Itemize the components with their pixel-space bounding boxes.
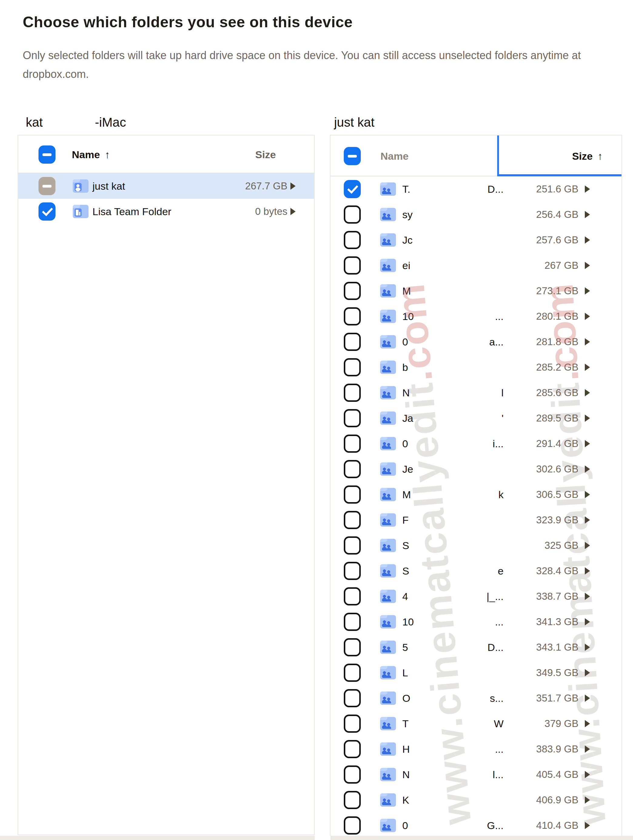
- select-all-checkbox[interactable]: [38, 145, 55, 164]
- size-column-header[interactable]: Size: [255, 148, 276, 160]
- name-column-header[interactable]: Name: [380, 150, 409, 162]
- expand-arrow-icon[interactable]: [585, 364, 590, 371]
- expand-arrow-icon[interactable]: [585, 644, 590, 651]
- expand-arrow-icon[interactable]: [585, 262, 590, 269]
- expand-arrow-icon[interactable]: [585, 516, 590, 524]
- folder-checkbox[interactable]: [344, 689, 361, 707]
- size-column-indicator-line: [497, 136, 499, 176]
- folder-checkbox[interactable]: [344, 485, 361, 504]
- folder-panel-title: just kat: [334, 115, 374, 130]
- folder-checkbox[interactable]: [344, 562, 361, 580]
- folder-row[interactable]: T W 379 GB: [331, 711, 622, 736]
- folder-row[interactable]: T. D... 251.6 GB: [331, 176, 622, 202]
- folder-row[interactable]: 10 ... 280.1 GB: [331, 304, 622, 329]
- folder-checkbox[interactable]: [344, 434, 361, 453]
- expand-arrow-icon[interactable]: [585, 236, 590, 244]
- folder-checkbox[interactable]: [344, 587, 361, 605]
- folder-row[interactable]: M 273.1 GB: [331, 278, 622, 304]
- expand-arrow-icon[interactable]: [290, 182, 296, 190]
- expand-arrow-icon[interactable]: [585, 287, 590, 295]
- folder-row[interactable]: Je 302.6 GB: [331, 456, 622, 482]
- folder-row[interactable]: 0 a... 281.8 GB: [331, 329, 622, 355]
- select-all-checkbox[interactable]: [344, 147, 361, 165]
- folder-row[interactable]: Lisa Team Folder 0 bytes: [18, 199, 314, 224]
- expand-arrow-icon[interactable]: [585, 440, 590, 447]
- folder-checkbox[interactable]: [38, 202, 55, 221]
- folder-checkbox[interactable]: [344, 766, 361, 784]
- expand-arrow-icon[interactable]: [290, 208, 296, 215]
- expand-arrow-icon[interactable]: [585, 771, 590, 778]
- folder-row[interactable]: S 325 GB: [331, 533, 622, 558]
- folder-checkbox[interactable]: [344, 816, 361, 835]
- folder-row[interactable]: N l 285.6 GB: [331, 380, 622, 406]
- expand-arrow-icon[interactable]: [585, 542, 590, 549]
- folder-row[interactable]: N l... 405.4 GB: [331, 762, 622, 787]
- folder-checkbox[interactable]: [344, 180, 361, 198]
- shared-folder-icon: [380, 437, 396, 450]
- folder-checkbox[interactable]: [344, 536, 361, 554]
- expand-arrow-icon[interactable]: [585, 338, 590, 346]
- folder-row[interactable]: M k 306.5 GB: [331, 482, 622, 507]
- folder-row[interactable]: Jc 257.6 GB: [331, 227, 622, 253]
- folder-checkbox[interactable]: [344, 791, 361, 809]
- sort-ascending-icon: ↑: [105, 148, 110, 160]
- folder-checkbox[interactable]: [344, 307, 361, 325]
- expand-arrow-icon[interactable]: [585, 796, 590, 804]
- name-column-header[interactable]: Name↑: [72, 148, 110, 160]
- folder-checkbox[interactable]: [344, 664, 361, 682]
- expand-arrow-icon[interactable]: [585, 593, 590, 600]
- folder-row[interactable]: K 406.9 GB: [331, 787, 622, 813]
- folder-checkbox[interactable]: [344, 511, 361, 529]
- folder-row[interactable]: 10 ... 341.3 GB: [331, 609, 622, 635]
- folder-checkbox[interactable]: [344, 613, 361, 631]
- folder-row[interactable]: S e 328.4 GB: [331, 558, 622, 584]
- folder-row[interactable]: 5 D... 343.1 GB: [331, 635, 622, 660]
- expand-arrow-icon[interactable]: [585, 567, 590, 575]
- expand-arrow-icon[interactable]: [585, 695, 590, 702]
- expand-arrow-icon[interactable]: [585, 185, 590, 193]
- expand-arrow-icon[interactable]: [585, 389, 590, 396]
- expand-arrow-icon[interactable]: [585, 618, 590, 625]
- folder-row[interactable]: 4 |_... 338.7 GB: [331, 584, 622, 609]
- folder-checkbox[interactable]: [344, 231, 361, 249]
- folder-row[interactable]: H ... 383.9 GB: [331, 736, 622, 762]
- folder-row[interactable]: L 349.5 GB: [331, 660, 622, 685]
- expand-arrow-icon[interactable]: [585, 313, 590, 320]
- folder-row[interactable]: Ja ' 289.5 GB: [331, 406, 622, 431]
- folder-size: 323.9 GB: [536, 514, 578, 526]
- folder-row[interactable]: O s... 351.7 GB: [331, 685, 622, 711]
- folder-name-fragment: sy: [402, 209, 413, 221]
- size-column-header[interactable]: Size↑: [572, 150, 603, 162]
- folder-row[interactable]: sy 256.4 GB: [331, 202, 622, 227]
- folder-row[interactable]: just kat 267.7 GB: [18, 173, 314, 199]
- expand-arrow-icon[interactable]: [585, 491, 590, 498]
- folder-row[interactable]: ei 267 GB: [331, 253, 622, 278]
- expand-arrow-icon[interactable]: [585, 415, 590, 422]
- folder-checkbox[interactable]: [344, 282, 361, 300]
- folder-checkbox[interactable]: [344, 256, 361, 275]
- folder-checkbox[interactable]: [344, 715, 361, 733]
- expand-arrow-icon[interactable]: [585, 669, 590, 676]
- folder-checkbox[interactable]: [344, 333, 361, 351]
- folder-checkbox[interactable]: [344, 409, 361, 427]
- folder-checkbox[interactable]: [344, 205, 361, 224]
- folder-checkbox[interactable]: [38, 177, 55, 195]
- folder-row[interactable]: b 285.2 GB: [331, 355, 622, 380]
- folder-checkbox[interactable]: [344, 740, 361, 758]
- expand-arrow-icon[interactable]: [585, 745, 590, 753]
- folder-name-tail-fragment: |_...: [487, 591, 503, 602]
- folder-row[interactable]: 0 G... 410.4 GB: [331, 813, 622, 838]
- folder-checkbox[interactable]: [344, 358, 361, 376]
- subfolders-panel: Name Size↑ T. D... 251.6 GB sy 256.4 GB …: [330, 135, 622, 840]
- expand-arrow-icon[interactable]: [585, 466, 590, 473]
- expand-arrow-icon[interactable]: [585, 720, 590, 727]
- folder-checkbox[interactable]: [344, 460, 361, 478]
- folder-size: 291.4 GB: [536, 438, 578, 449]
- expand-arrow-icon[interactable]: [585, 211, 590, 218]
- right-rows: T. D... 251.6 GB sy 256.4 GB Jc 257.6 GB…: [331, 176, 622, 838]
- expand-arrow-icon[interactable]: [585, 822, 590, 829]
- folder-checkbox[interactable]: [344, 638, 361, 656]
- folder-row[interactable]: F 323.9 GB: [331, 507, 622, 533]
- folder-checkbox[interactable]: [344, 384, 361, 402]
- folder-row[interactable]: 0 i... 291.4 GB: [331, 431, 622, 456]
